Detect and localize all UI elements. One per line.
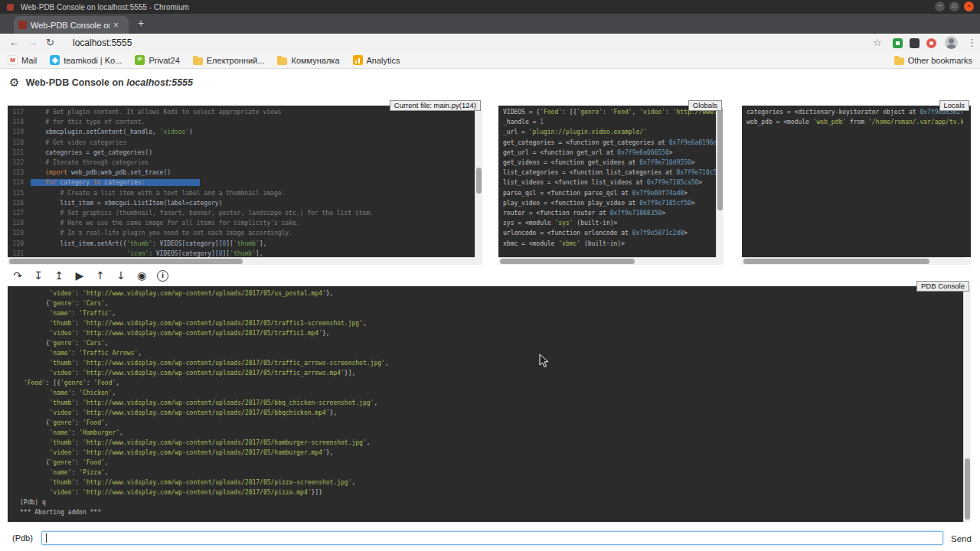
code-line: (Pdb) q	[20, 497, 963, 507]
code-line: 'name': 'Pizza',	[20, 468, 963, 478]
page-title: Web-PDB Console on localhost:5555	[25, 77, 193, 88]
continue-button[interactable]: ▶	[71, 268, 88, 283]
code-line: 125 # Create a list item with a text lab…	[8, 188, 475, 198]
code-panel: Current file: main.py(124) 117 # Set plu…	[8, 106, 482, 265]
code-line: *** Aborting addon ***	[20, 507, 963, 517]
line-number: 124	[8, 178, 31, 187]
browser-toolbar: ← → ↻ localhost:5555 ☆ ⋮	[0, 34, 980, 52]
code-line: 'thumb': 'http://www.vidsplay.com/wp-con…	[20, 398, 963, 408]
code-line: 'video': 'http://www.vidsplay.com/wp-con…	[20, 448, 963, 458]
browser-menu-icon[interactable]: ⋮	[967, 37, 977, 48]
close-icon[interactable]: ×	[964, 2, 974, 11]
locals-panel: Locals categories = <dictionary-keyitera…	[742, 106, 971, 265]
code-line: _url = 'plugin://plugin.video.example/'	[503, 127, 716, 137]
scrollbar-horizontal[interactable]	[498, 257, 716, 265]
where-button[interactable]: ◉	[133, 268, 150, 283]
step-button[interactable]: ↧	[30, 268, 47, 283]
other-bookmarks-button[interactable]: Other bookmarks	[894, 55, 972, 65]
code-line: 'name': 'Traffic Arrows',	[20, 348, 963, 358]
help-button[interactable]: i	[157, 270, 168, 282]
bookmark-label: Коммуналка	[291, 56, 339, 65]
scrollbar-vertical[interactable]	[963, 286, 971, 522]
scrollbar-horizontal[interactable]	[8, 257, 475, 265]
window-controls: − □ ×	[935, 2, 974, 11]
extension-icon[interactable]	[893, 38, 903, 48]
code-line: 'video': 'http://www.vidsplay.com/wp-con…	[20, 487, 963, 497]
pdb-console-label: PDB Console	[916, 281, 969, 292]
code-line: get_categories = <function get_categorie…	[503, 138, 716, 148]
bookmark-label: Privat24	[149, 56, 179, 65]
scrollbar-vertical[interactable]	[475, 106, 482, 257]
pdb-prompt-bar: (Pdb) Send	[0, 527, 980, 551]
reload-icon[interactable]: ↻	[46, 37, 54, 48]
gear-icon: ⚙	[9, 76, 19, 90]
bookmark-item[interactable]: Privat24	[135, 55, 179, 65]
folder-icon	[277, 57, 287, 65]
console-output: 'video': 'http://www.vidsplay.com/wp-con…	[20, 289, 963, 520]
bookmark-item[interactable]: Analytics	[353, 55, 400, 65]
bookmark-item[interactable]: Mail	[8, 55, 37, 65]
bookmark-item[interactable]: Коммуналка	[277, 55, 339, 65]
bookmark-label: teamkodi | Ko...	[64, 56, 122, 65]
maximize-icon[interactable]: □	[949, 2, 959, 11]
code-line: {'genre': 'Cars',	[20, 298, 963, 308]
window-app-icon	[7, 4, 14, 11]
scrollbar-vertical[interactable]	[716, 106, 724, 257]
code-line: 'video': 'http://www.vidsplay.com/wp-con…	[20, 289, 963, 298]
send-button[interactable]: Send	[948, 531, 975, 546]
avatar-head	[949, 38, 954, 44]
mouse-cursor	[539, 354, 550, 369]
code-line: get_url = <function get_url at 0x7f9e6a0…	[503, 148, 716, 158]
address-bar[interactable]: localhost:5555	[73, 37, 132, 48]
code-line: 131 'icon': VIDEOS[category][0]['thumb']…	[8, 249, 475, 257]
extension-icon[interactable]	[910, 38, 920, 48]
code-line: 'Food': [{'genre': 'Food',	[20, 378, 963, 388]
code-line: list_videos = <function list_videos at 0…	[503, 178, 716, 187]
avatar-body	[946, 44, 956, 49]
pdb-command-input[interactable]	[41, 531, 943, 545]
forward-icon[interactable]: →	[28, 37, 38, 48]
tab-favicon-icon	[18, 21, 27, 29]
line-number: 118	[8, 117, 31, 127]
scrollbar-horizontal[interactable]	[742, 257, 963, 265]
code-line: 'name': 'Traffic',	[20, 308, 963, 318]
extension-icon[interactable]	[926, 38, 936, 48]
code-line: _handle = 1	[503, 117, 716, 127]
scrollbar-corner	[475, 257, 482, 265]
return-button[interactable]: ↥	[51, 268, 67, 283]
browser-tab[interactable]: Web-PDB Console on localhost:5555 ×	[14, 16, 129, 34]
code-line: 127 # Set graphics (thumbnail, fanart, b…	[8, 208, 475, 218]
code-line: 124 for category in categories:	[8, 178, 475, 187]
browser-tab-strip: Web-PDB Console on localhost:5555 × +	[0, 14, 980, 34]
back-icon[interactable]: ←	[9, 37, 19, 48]
code-line: {'genre': 'Cars',	[20, 338, 963, 348]
code-line: 119 xbmcplugin.setContent(_handle, 'vide…	[8, 127, 475, 137]
window-title: Web-PDB Console on localhost:5555 - Chro…	[21, 3, 189, 11]
line-number: 120	[8, 138, 31, 148]
code-line: xbmc = <module 'xbmc' (built-in)>	[503, 239, 716, 249]
folder-icon	[193, 57, 203, 65]
bookmark-item[interactable]: teamkodi | Ko...	[50, 55, 122, 65]
line-number: 129	[8, 228, 31, 238]
scrollbar-corner	[963, 257, 971, 265]
code-line: 126 list_item = xbmcgui.ListItem(label=c…	[8, 198, 475, 208]
minimize-icon[interactable]: −	[935, 2, 945, 11]
new-tab-button[interactable]: +	[138, 17, 144, 29]
page-title-prefix: Web-PDB Console on	[25, 77, 126, 88]
line-number: 117	[8, 107, 31, 117]
text-caret	[46, 533, 47, 543]
tab-close-icon[interactable]: ×	[113, 20, 119, 31]
up-button[interactable]: ↑	[92, 268, 109, 283]
locals-view: categories = <dictionary-keyiterator obj…	[746, 107, 963, 257]
bookmark-label: Mail	[21, 56, 37, 65]
bookmark-item[interactable]: Електронний...	[193, 55, 265, 65]
tab-title: Web-PDB Console on localhost:5555	[31, 21, 109, 30]
line-number: 126	[8, 198, 31, 208]
code-line: 'video': 'http://www.vidsplay.com/wp-con…	[20, 408, 963, 418]
down-button[interactable]: ↓	[113, 268, 129, 283]
profile-avatar[interactable]	[945, 36, 958, 49]
code-line: 120 # Get video categories	[8, 138, 475, 148]
next-button[interactable]: ↷	[9, 268, 26, 283]
bookmark-star-icon[interactable]: ☆	[873, 37, 882, 48]
analytics-icon	[353, 55, 363, 65]
